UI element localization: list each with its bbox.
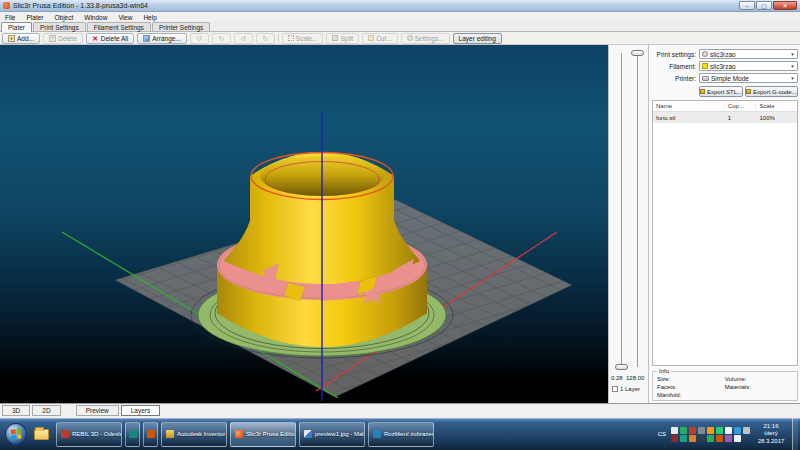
gear-icon xyxy=(702,51,708,57)
title-bar: Slic3r Prusa Edition - 1.33.8-prusa3d-wi… xyxy=(0,0,800,12)
tab-print-settings[interactable]: Print Settings xyxy=(33,22,86,31)
menu-help[interactable]: Help xyxy=(143,14,156,21)
tray-icon-purple[interactable] xyxy=(725,435,732,442)
tray-icon-dark[interactable] xyxy=(698,435,705,442)
filament-select[interactable]: slic3rzao ▼ xyxy=(699,61,798,71)
table-row[interactable]: funo.stl 1 100% xyxy=(653,112,797,123)
layer-value-high: 128.00 xyxy=(626,375,644,381)
close-button[interactable]: ✕ xyxy=(773,1,797,10)
delete-all-icon: ✕ xyxy=(92,35,99,42)
rotate-ccw-45-icon: ↺ xyxy=(240,35,247,42)
rotate-ccw-button[interactable]: ↺ xyxy=(190,33,209,44)
layer-editing-button[interactable]: Layer editing xyxy=(453,33,502,44)
tray-icon-orange3[interactable] xyxy=(716,435,723,442)
rotate-cw-icon: ↻ xyxy=(218,35,225,42)
rebil-app-icon xyxy=(61,430,69,438)
main-area: 0.28 128.00 1 Layer Print settings: slic… xyxy=(0,45,800,403)
network-icon[interactable] xyxy=(734,427,741,434)
cut-button[interactable]: Cut... xyxy=(362,33,398,44)
3d-scene[interactable] xyxy=(0,45,608,403)
taskbar-button-orange-app[interactable] xyxy=(143,422,158,447)
clock-date: 28.3.2017 xyxy=(754,438,788,445)
rotate-cw-45-button[interactable]: ↻ xyxy=(256,33,275,44)
info-volume-label: Volume: xyxy=(725,376,793,382)
printer-label: Printer: xyxy=(652,75,699,82)
chevron-down-icon: ▼ xyxy=(790,52,794,57)
clock-time: 21:16 xyxy=(754,423,788,430)
rotate-cw-button[interactable]: ↻ xyxy=(212,33,231,44)
settings-icon xyxy=(407,35,413,41)
add-button[interactable]: + Add... xyxy=(2,33,40,44)
paint-app-icon xyxy=(304,430,312,438)
app-icon xyxy=(3,2,10,9)
printer-select[interactable]: Simple Mode ▼ xyxy=(699,73,798,83)
start-button[interactable] xyxy=(5,423,27,445)
tray-icon-white[interactable] xyxy=(725,427,732,434)
rotate-ccw-icon: ↺ xyxy=(196,35,203,42)
info-box: Info Size: Volume: Facets: Materials: Ma… xyxy=(652,371,798,401)
view-tab-2d[interactable]: 2D xyxy=(32,405,60,416)
tab-filament-settings[interactable]: Filament Settings xyxy=(87,22,151,31)
taskbar-button-teal-app[interactable] xyxy=(125,422,140,447)
tray-icon-teal[interactable] xyxy=(680,435,687,442)
view-tab-layers[interactable]: Layers xyxy=(121,405,161,416)
tray-icon-white2[interactable] xyxy=(734,435,741,442)
arrange-button[interactable]: Arrange... xyxy=(137,33,187,44)
tray-icon-green2[interactable] xyxy=(716,427,723,434)
print-settings-select[interactable]: slic3rzao ▼ xyxy=(699,49,798,59)
hidden-icons-arrow[interactable] xyxy=(671,427,678,434)
tray-icon-orange2[interactable] xyxy=(689,435,696,442)
taskbar-clock[interactable]: 21:16 úterý 28.3.2017 xyxy=(754,423,788,445)
taskbar-button-inventor[interactable]: Autodesk Inventor Pr... xyxy=(161,422,227,447)
explorer-icon[interactable] xyxy=(34,429,49,440)
tray-icon-red[interactable] xyxy=(689,427,696,434)
tray-icon-green[interactable] xyxy=(680,427,687,434)
taskbar-button-slic3r[interactable]: Slic3r Prusa Edition - ... xyxy=(230,422,296,447)
maximize-button[interactable]: ▢ xyxy=(756,1,772,10)
split-button[interactable]: Split xyxy=(326,33,359,44)
layer-slider-handle-low[interactable] xyxy=(615,364,628,370)
menu-object[interactable]: Object xyxy=(54,14,73,21)
layer-value-low: 0.28 xyxy=(611,375,623,381)
delete-button[interactable]: − Delete xyxy=(43,33,83,44)
layer-slider-handle-high[interactable] xyxy=(631,50,644,56)
language-indicator[interactable]: CS xyxy=(658,431,666,437)
view-tab-3d[interactable]: 3D xyxy=(2,405,30,416)
tray-icon-green3[interactable] xyxy=(707,435,714,442)
one-layer-checkbox[interactable] xyxy=(612,386,618,392)
taskbar-button-paint[interactable]: preview1.jpg - Malov... xyxy=(299,422,365,447)
layer-slider-track-high[interactable] xyxy=(637,53,638,367)
3d-viewport[interactable] xyxy=(0,45,608,403)
taskbar-button-rebil[interactable]: REBIL 3D - Odeslat o... xyxy=(56,422,122,447)
menu-file[interactable]: File xyxy=(5,14,15,21)
menu-view[interactable]: View xyxy=(118,14,132,21)
minimize-button[interactable]: – xyxy=(739,1,755,10)
menu-bar: File Plater Object Window View Help xyxy=(0,12,800,22)
print-settings-label: Print settings: xyxy=(652,51,699,58)
scale-button[interactable]: Scale... xyxy=(282,33,324,44)
export-gcode-button[interactable]: Export G-code... xyxy=(745,86,798,97)
rotate-cw-45-icon: ↻ xyxy=(262,35,269,42)
delete-all-button[interactable]: ✕ Delete All xyxy=(86,33,134,44)
menu-window[interactable]: Window xyxy=(84,14,107,21)
export-gcode-icon xyxy=(746,89,751,94)
menu-plater[interactable]: Plater xyxy=(26,14,43,21)
delete-icon: − xyxy=(49,35,56,42)
export-stl-button[interactable]: Export STL... xyxy=(699,86,743,97)
orange-app-icon xyxy=(147,430,155,438)
tab-printer-settings[interactable]: Printer Settings xyxy=(152,22,210,31)
layer-slider-track-low[interactable] xyxy=(621,53,622,367)
tray-icon-gray[interactable] xyxy=(698,427,705,434)
clock-day: úterý xyxy=(754,430,788,437)
rotate-ccw-45-button[interactable]: ↺ xyxy=(234,33,253,44)
settings-button[interactable]: Settings... xyxy=(401,33,450,44)
info-manifold-label: Manifold: xyxy=(657,392,725,398)
toolbar: + Add... − Delete ✕ Delete All Arrange..… xyxy=(0,32,800,45)
view-tab-preview[interactable]: Preview xyxy=(76,405,119,416)
taskbar-button-display-settings[interactable]: Rozlišení zobrazení xyxy=(368,422,434,447)
tab-plater[interactable]: Plater xyxy=(1,22,32,32)
tray-icon-orange[interactable] xyxy=(707,427,714,434)
tray-icon-avg[interactable] xyxy=(671,435,678,442)
show-desktop-button[interactable] xyxy=(792,418,798,450)
volume-icon[interactable] xyxy=(743,427,750,434)
